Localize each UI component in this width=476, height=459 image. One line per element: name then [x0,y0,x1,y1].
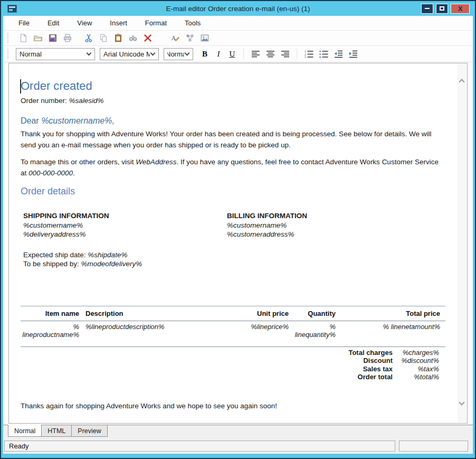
svg-text:3: 3 [304,55,306,59]
new-document-button[interactable] [16,32,31,44]
tab-normal[interactable]: Normal [8,425,42,437]
menu-format[interactable]: Format [136,16,176,30]
menu-tools[interactable]: Tools [176,16,210,30]
menu-bar: File Edit View Insert Format Tools [3,16,473,31]
discount-value: %discount% [393,357,445,365]
print-button[interactable] [60,32,75,44]
tab-preview[interactable]: Preview [71,425,107,437]
sales-tax-row: Sales tax %tax% [21,365,445,373]
bold-button[interactable]: B [198,48,212,60]
order-number-label: Order number: [21,97,69,105]
italic-button[interactable]: I [212,48,225,60]
format-separator [297,49,297,59]
titlebar[interactable]: E-mail editor Order creation e-mail (en-… [3,1,473,16]
increase-indent-icon [349,50,358,59]
header-item-name: Item name [21,306,79,321]
increase-indent-button[interactable] [346,48,360,60]
menu-edit[interactable]: Edit [39,16,68,30]
order-number-placeholder: %salesid% [69,97,104,105]
status-text: Ready [9,442,29,450]
shipping-delivery-address: %deliveryaddress% [23,230,227,239]
align-right-icon [281,50,290,59]
bullet-list-button[interactable] [316,48,331,60]
cell-item-name: % lineproductname% [21,321,79,346]
cut-icon [84,33,93,43]
status-bar: Ready [3,438,473,454]
thank-you-paragraph: Thank you for shopping with Adventure Wo… [21,128,443,151]
menu-view[interactable]: View [68,16,101,30]
scroll-up-icon[interactable] [459,79,464,85]
toolbar-grip[interactable] [7,33,11,43]
discount-row: Discount %discount% [21,357,445,365]
para2-suffix: . [73,169,75,177]
align-left-icon [251,50,260,59]
email-heading: Order created [21,79,443,93]
billing-title: BILLING INFORMATION [227,211,307,221]
document-area: Order created Order number: %salesid% De… [8,63,468,424]
billing-customer-name: %customername% [227,221,307,230]
menu-file[interactable]: File [9,16,39,30]
chevron-down-icon [185,51,190,56]
close-button[interactable]: X [451,4,470,14]
open-button[interactable] [31,32,45,44]
insert-picture-icon [200,33,210,43]
insert-picture-button[interactable] [197,32,212,44]
chevron-down-icon [150,51,156,56]
vertical-scrollbar[interactable] [458,64,467,423]
para2-prefix: To manage this or other orders, visit [21,158,136,166]
font-size-value: Normal [167,50,184,58]
delete-button[interactable] [140,32,155,44]
print-icon [63,33,72,43]
align-right-button[interactable] [278,48,292,60]
maximize-icon [440,6,444,11]
table-row: % lineproductname% %lineproductdescripti… [21,321,445,346]
paste-icon [113,33,123,43]
formatbar-grip[interactable] [7,49,11,59]
scroll-down-icon[interactable] [459,399,464,405]
cell-total-price: % linenetamount% [336,321,445,346]
find-button[interactable] [126,32,140,44]
ship-date-label: Expected ship date: [23,251,88,259]
format-separator [243,49,244,59]
format-toolbar: Normal Arial Unicode MS Normal B I U [3,46,473,62]
bullet-list-icon [319,50,328,59]
cell-description: %lineproductdescription% [79,321,236,346]
copy-button[interactable] [96,32,111,44]
ship-by-label: To be shipped by: [23,260,81,268]
relationships-button[interactable] [183,32,197,44]
save-icon [48,33,58,43]
align-center-button[interactable] [263,48,278,60]
close-icon: X [458,5,463,12]
order-details-heading: Order details [21,185,443,197]
phone-placeholder: 000-000-0000 [28,169,73,177]
order-items-table: Item name Description Unit price Quantit… [21,306,445,347]
minimize-button[interactable] [421,4,433,14]
customer-name-placeholder: %customername%, [41,116,115,125]
email-editor-window: E-mail editor Order creation e-mail (en-… [0,0,476,459]
align-left-button[interactable] [248,48,263,60]
font-family-value: Arial Unicode MS [103,50,150,58]
order-total-label: Order total [358,373,393,381]
font-family-dropdown[interactable]: Arial Unicode MS [100,48,159,60]
save-button[interactable] [45,32,60,44]
underline-button[interactable]: U [225,48,239,60]
order-number-line: Order number: %salesid% [21,95,443,106]
tab-html[interactable]: HTML [41,425,72,437]
status-message-panel: Ready [4,441,395,452]
font-button[interactable]: A [168,32,183,44]
standard-toolbar: A [3,31,473,46]
paste-button[interactable] [111,32,126,44]
shipping-title: SHIPPING INFORMATION [23,211,227,221]
cell-unit-price: %lineprice% [236,321,289,346]
font-size-dropdown[interactable]: Normal [164,48,193,60]
cut-button[interactable] [81,32,96,44]
status-extra-panel [399,441,468,452]
maximize-button[interactable] [436,4,448,14]
font-icon: A [170,33,180,43]
email-body-editor[interactable]: Order created Order number: %salesid% De… [9,63,457,423]
paragraph-style-dropdown[interactable]: Normal [16,48,95,60]
header-description: Description [79,306,236,321]
decrease-indent-button[interactable] [331,48,346,60]
menu-insert[interactable]: Insert [101,16,136,30]
numbered-list-button[interactable]: 1 2 3 [301,48,316,60]
